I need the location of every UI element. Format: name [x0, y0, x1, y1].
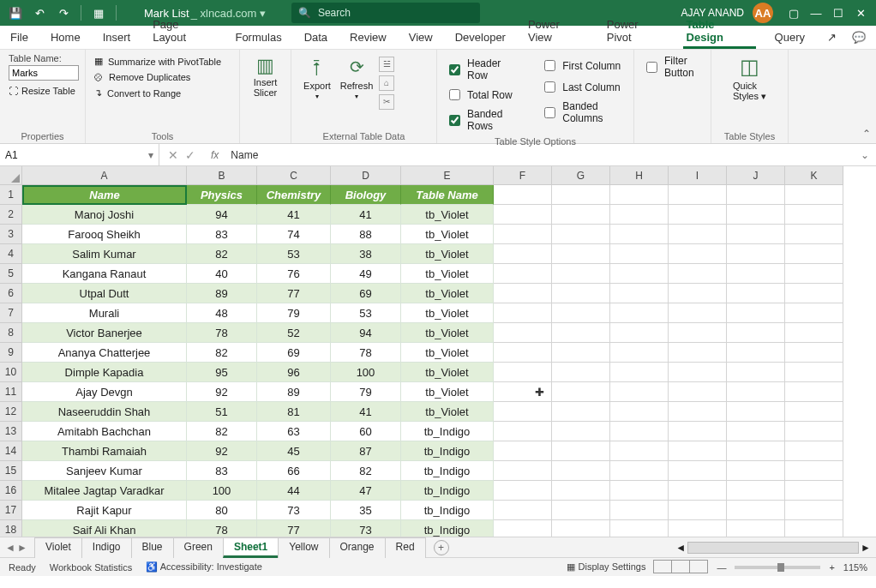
data-cell[interactable]: 78: [331, 343, 401, 363]
data-cell[interactable]: 94: [331, 323, 401, 343]
accept-formula-icon[interactable]: ✓: [185, 148, 195, 162]
data-cell[interactable]: 82: [187, 422, 257, 441]
data-cell[interactable]: 69: [257, 343, 331, 363]
data-cell[interactable]: 47: [331, 481, 401, 501]
data-cell[interactable]: 87: [331, 441, 401, 461]
row-header-15[interactable]: 15: [0, 461, 22, 481]
banded-columns-checkbox[interactable]: Banded Columns: [541, 98, 625, 127]
remove-duplicates-button[interactable]: ⛒ Remove Duplicates: [94, 69, 231, 85]
zoom-level[interactable]: 115%: [843, 562, 867, 573]
data-cell[interactable]: tb_Indigo: [401, 520, 494, 537]
sheet-tab-yellow[interactable]: Yellow: [278, 537, 329, 558]
data-cell[interactable]: 96: [257, 363, 331, 382]
data-cell[interactable]: Sanjeev Kumar: [22, 461, 187, 481]
data-cell[interactable]: 53: [331, 303, 401, 323]
ribbon-mode-icon[interactable]: ▢: [783, 3, 804, 23]
data-cell[interactable]: 79: [257, 303, 331, 323]
display-settings-button[interactable]: ▦ Display Settings: [567, 561, 645, 573]
data-cell[interactable]: 49: [331, 264, 401, 284]
data-cell[interactable]: tb_Violet: [401, 244, 494, 264]
data-cell[interactable]: Dimple Kapadia: [22, 363, 187, 382]
data-cell[interactable]: 77: [257, 520, 331, 537]
quick-styles-button[interactable]: ◫ Quick Styles ▾: [733, 55, 766, 102]
sheet-tab-blue[interactable]: Blue: [131, 537, 174, 558]
sheet-tab-red[interactable]: Red: [385, 537, 426, 558]
header-cell[interactable]: Table Name: [401, 185, 494, 205]
refresh-button[interactable]: ⟳Refresh▾: [339, 55, 374, 110]
data-cell[interactable]: tb_Violet: [401, 303, 494, 323]
data-cell[interactable]: tb_Indigo: [401, 501, 494, 520]
row-header-1[interactable]: 1: [0, 185, 22, 205]
row-header-13[interactable]: 13: [0, 422, 22, 441]
row-header-2[interactable]: 2: [0, 205, 22, 225]
data-cell[interactable]: Ananya Chatterjee: [22, 343, 187, 363]
summarize-pivot-button[interactable]: ▦ Summarize with PivotTable: [94, 53, 231, 69]
data-cell[interactable]: tb_Violet: [401, 382, 494, 402]
sheet-tab-green[interactable]: Green: [173, 537, 224, 558]
maximize-icon[interactable]: ☐: [828, 3, 849, 23]
data-cell[interactable]: 60: [331, 422, 401, 441]
header-cell[interactable]: Name: [22, 185, 187, 205]
sheet-tab-orange[interactable]: Orange: [329, 537, 386, 558]
data-cell[interactable]: 79: [331, 382, 401, 402]
share-icon[interactable]: ↗: [824, 31, 840, 49]
data-cell[interactable]: 41: [257, 205, 331, 225]
row-header-12[interactable]: 12: [0, 402, 22, 422]
sheet-tab-violet[interactable]: Violet: [34, 537, 82, 558]
col-header-E[interactable]: E: [401, 166, 494, 185]
zoom-in-icon[interactable]: +: [829, 562, 834, 573]
total-row-checkbox[interactable]: Total Row: [446, 84, 517, 105]
data-cell[interactable]: 83: [187, 225, 257, 244]
data-cell[interactable]: 77: [257, 284, 331, 303]
row-header-16[interactable]: 16: [0, 481, 22, 501]
data-cell[interactable]: Thambi Ramaiah: [22, 441, 187, 461]
data-cell[interactable]: tb_Violet: [401, 363, 494, 382]
col-header-A[interactable]: A: [22, 166, 187, 185]
view-buttons[interactable]: [654, 560, 708, 575]
tab-insert[interactable]: Insert: [99, 31, 135, 49]
header-row-checkbox[interactable]: Header Row: [446, 55, 517, 84]
data-cell[interactable]: tb_Violet: [401, 402, 494, 422]
data-cell[interactable]: tb_Violet: [401, 264, 494, 284]
tab-power-view[interactable]: Power View: [525, 18, 588, 49]
data-cell[interactable]: 41: [331, 402, 401, 422]
filter-button-checkbox[interactable]: Filter Button: [643, 55, 702, 79]
col-header-B[interactable]: B: [187, 166, 257, 185]
first-column-checkbox[interactable]: First Column: [541, 55, 625, 76]
hscroll-left-icon[interactable]: ◄: [675, 542, 686, 554]
grid[interactable]: ABCDEFGHIJK NamePhysicsChemistryBiologyT…: [22, 166, 876, 537]
col-header-F[interactable]: F: [494, 166, 552, 185]
col-header-K[interactable]: K: [785, 166, 843, 185]
data-cell[interactable]: Farooq Sheikh: [22, 225, 187, 244]
data-cell[interactable]: 78: [187, 323, 257, 343]
data-cell[interactable]: 38: [331, 244, 401, 264]
tab-page-layout[interactable]: Page Layout: [149, 18, 216, 49]
accessibility-button[interactable]: ♿ Accessibility: Investigate: [146, 561, 262, 573]
data-cell[interactable]: 82: [331, 461, 401, 481]
sheet-tab-sheet1[interactable]: Sheet1: [223, 537, 279, 558]
convert-range-button[interactable]: ↴ Convert to Range: [94, 85, 231, 101]
data-cell[interactable]: 69: [331, 284, 401, 303]
data-cell[interactable]: 44: [257, 481, 331, 501]
cancel-formula-icon[interactable]: ✕: [168, 148, 178, 162]
tab-power-pivot[interactable]: Power Pivot: [603, 18, 668, 49]
data-cell[interactable]: tb_Violet: [401, 323, 494, 343]
header-cell[interactable]: Chemistry: [257, 185, 331, 205]
col-header-G[interactable]: G: [552, 166, 610, 185]
col-header-H[interactable]: H: [610, 166, 669, 185]
data-cell[interactable]: 52: [257, 323, 331, 343]
data-cell[interactable]: Salim Kumar: [22, 244, 187, 264]
row-header-5[interactable]: 5: [0, 264, 22, 284]
row-header-4[interactable]: 4: [0, 244, 22, 264]
data-cell[interactable]: Ajay Devgn: [22, 382, 187, 402]
fx-icon[interactable]: fx: [211, 149, 219, 161]
data-cell[interactable]: tb_Indigo: [401, 422, 494, 441]
row-header-10[interactable]: 10: [0, 363, 22, 382]
data-cell[interactable]: 80: [187, 501, 257, 520]
avatar[interactable]: AA: [753, 3, 773, 23]
form-icon[interactable]: ▦: [88, 3, 109, 23]
data-cell[interactable]: Amitabh Bachchan: [22, 422, 187, 441]
open-browser-icon[interactable]: ⌂: [379, 75, 394, 91]
data-cell[interactable]: 81: [257, 402, 331, 422]
data-cell[interactable]: tb_Violet: [401, 205, 494, 225]
